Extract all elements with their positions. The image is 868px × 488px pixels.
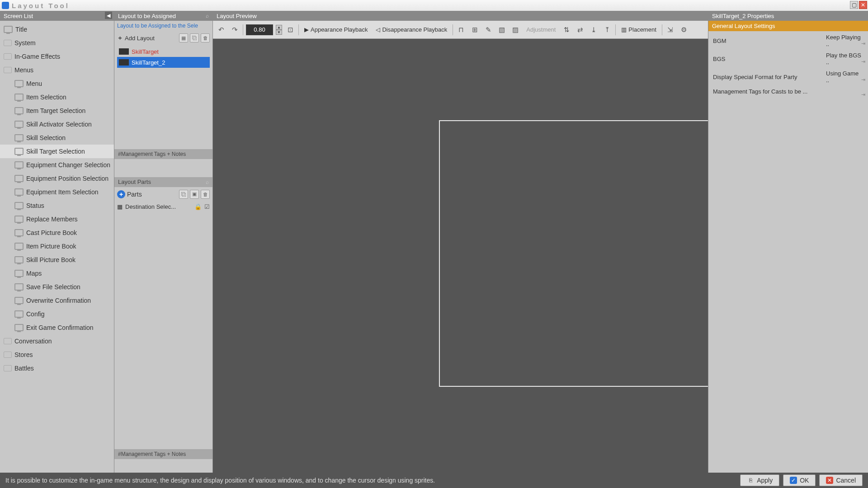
management-tags-header-2: #Management Tags + Notes: [114, 449, 212, 459]
tree-item-label: Cast Picture Book: [26, 229, 77, 236]
folder-icon: [4, 40, 12, 46]
tree-item[interactable]: Overwrite Confirmation: [0, 294, 114, 307]
apply-button[interactable]: ⎘ Apply: [740, 474, 779, 486]
layout-item[interactable]: SkillTarget: [117, 46, 210, 57]
tree-item-label: In-Game Effects: [14, 53, 60, 60]
appearance-playback-button[interactable]: ▶ Appearance Playback: [302, 24, 370, 35]
property-value[interactable]: Using Game ..⇥: [822, 68, 867, 85]
settings-icon[interactable]: ⚙: [679, 24, 689, 35]
swap-v-icon[interactable]: ⇅: [561, 24, 572, 35]
tree-item[interactable]: Menu: [0, 77, 114, 90]
layout-item[interactable]: SkillTarget_2: [117, 57, 210, 68]
new-icon[interactable]: ▦: [179, 33, 188, 42]
property-key: BGM: [709, 32, 821, 49]
tree-item-label: Menu: [26, 80, 42, 87]
property-value[interactable]: ⇥: [822, 86, 867, 97]
placement-button[interactable]: ▥ Placement: [618, 24, 659, 35]
chart-icon: ▥: [621, 26, 627, 33]
swap-h-icon[interactable]: ⇄: [575, 24, 585, 35]
tree-item-label: Config: [26, 310, 44, 318]
tree-item[interactable]: Exit Game Confirmation: [0, 321, 114, 334]
redo-icon[interactable]: ↷: [229, 24, 240, 35]
link-icon[interactable]: ⇲: [665, 24, 676, 35]
screen-icon: [14, 243, 24, 250]
tree-item[interactable]: Status: [0, 199, 114, 212]
tree-item-label: System: [14, 39, 36, 47]
parts-label: Parts: [127, 191, 142, 198]
tree-item[interactable]: Skill Picture Book: [0, 253, 114, 267]
import-icon[interactable]: ⤓: [588, 24, 599, 35]
highlight-icon[interactable]: ▨: [510, 24, 521, 35]
layout-preview-panel: Layout Preview ↶ ↷ 0.80 ▲ ▼ ⊡ ▶ Appearan…: [212, 11, 708, 473]
checkbox-icon[interactable]: ☑: [204, 203, 210, 210]
check-icon: ✓: [790, 477, 797, 484]
delete-icon[interactable]: 🗑: [201, 33, 210, 42]
tree-item-label: Battles: [14, 365, 34, 372]
close-button[interactable]: ✕: [859, 1, 867, 9]
property-value[interactable]: Keep Playing ..⇥: [822, 32, 867, 49]
layout-list: SkillTargetSkillTarget_2: [114, 45, 212, 69]
tree-item[interactable]: Equipment Item Selection: [0, 185, 114, 199]
tree-item[interactable]: Title: [0, 23, 114, 36]
tree-item[interactable]: Skill Selection: [0, 131, 114, 145]
tree-item[interactable]: Item Target Selection: [0, 104, 114, 117]
tree-item[interactable]: Item Picture Book: [0, 239, 114, 253]
add-layout-button[interactable]: ＋ Add Layout: [117, 34, 155, 42]
property-row[interactable]: BGSPlay the BGS ..⇥: [709, 50, 867, 67]
layout-item-label: SkillTarget_2: [132, 59, 165, 66]
tree-item[interactable]: Cast Picture Book: [0, 226, 114, 239]
general-settings-header: General Layout Settings: [708, 21, 868, 31]
tree-item[interactable]: Equipment Position Selection: [0, 172, 114, 185]
property-value[interactable]: Play the BGS ..⇥: [822, 50, 867, 67]
snap-icon[interactable]: ⊓: [456, 24, 467, 35]
undo-icon[interactable]: ↶: [216, 24, 226, 35]
tree-item[interactable]: Menus: [0, 63, 114, 77]
preview-canvas[interactable]: Who to use it for? ▶heroHero AHero BElf …: [213, 39, 708, 473]
zoom-down-icon[interactable]: ▼: [276, 30, 282, 35]
collapse-icon[interactable]: ◀: [105, 12, 112, 19]
copy-icon[interactable]: ▣: [190, 190, 199, 199]
tree-item[interactable]: System: [0, 36, 114, 50]
tree-item[interactable]: Item Selection: [0, 90, 114, 104]
copy-icon[interactable]: ⿻: [190, 33, 199, 42]
delete-icon[interactable]: 🗑: [201, 190, 210, 199]
screen-icon: [14, 229, 24, 236]
tree-item[interactable]: Conversation: [0, 334, 114, 348]
zoom-up-icon[interactable]: ▲: [276, 25, 282, 30]
lock-icon[interactable]: 🔒: [194, 203, 202, 210]
tree-item[interactable]: Maps: [0, 267, 114, 280]
ok-button[interactable]: ✓ OK: [783, 474, 816, 486]
fit-screen-icon[interactable]: ⊡: [285, 24, 296, 35]
tree-item[interactable]: Skill Target Selection: [0, 145, 114, 158]
maximize-button[interactable]: ▢: [850, 1, 858, 9]
tree-item[interactable]: Save File Selection: [0, 280, 114, 294]
tree-item[interactable]: Stores: [0, 348, 114, 361]
fill-icon[interactable]: ▧: [496, 24, 507, 35]
duplicate-icon[interactable]: ⿻: [179, 190, 188, 199]
tree-item-label: Maps: [26, 270, 42, 277]
layout-item-label: SkillTarget: [132, 48, 159, 55]
tree-item[interactable]: In-Game Effects: [0, 50, 114, 63]
destination-selection[interactable]: ▦ Destination Selec... 🔒 ☑: [114, 202, 212, 212]
measure-icon[interactable]: ✎: [483, 24, 494, 35]
property-row[interactable]: Management Tags for Casts to be ...⇥: [709, 86, 867, 97]
cancel-button[interactable]: ✕ Cancel: [819, 474, 863, 486]
export-icon[interactable]: ⤒: [602, 24, 613, 35]
property-row[interactable]: Display Special Format for PartyUsing Ga…: [709, 68, 867, 85]
expand-icon: ⇥: [861, 77, 865, 83]
tree-item[interactable]: Skill Activator Selection: [0, 117, 114, 131]
disappearance-playback-button[interactable]: ◁ Disappearance Playback: [373, 24, 450, 35]
tree-item[interactable]: Battles: [0, 361, 114, 375]
tree-item[interactable]: Equipment Changer Selection: [0, 158, 114, 172]
property-row[interactable]: BGMKeep Playing ..⇥: [709, 32, 867, 49]
tree-item[interactable]: Config: [0, 307, 114, 321]
tree-item[interactable]: Replace Members: [0, 212, 114, 226]
add-parts-icon[interactable]: +: [117, 190, 125, 198]
screen-list-panel: Screen List ◀ TitleSystemIn-Game Effects…: [0, 11, 114, 473]
search-icon[interactable]: ⌕: [206, 179, 209, 185]
grid-icon[interactable]: ⊞: [469, 24, 480, 35]
search-icon[interactable]: ⌕: [206, 13, 209, 19]
screen-icon: [14, 148, 24, 155]
window-title: Layout Tool: [12, 2, 70, 9]
zoom-input[interactable]: 0.80: [246, 24, 273, 35]
